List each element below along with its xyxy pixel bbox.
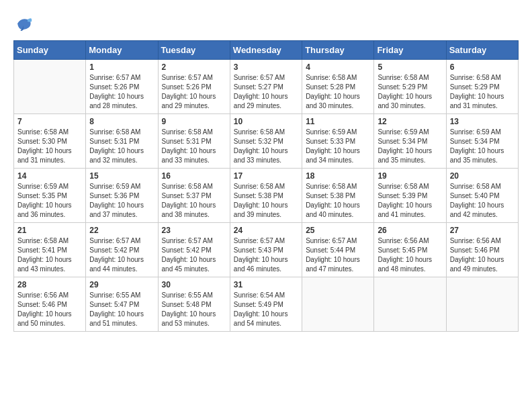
day-info: Sunrise: 6:58 AM Sunset: 5:28 PM Dayligh… bbox=[306, 73, 370, 111]
day-cell: 3Sunrise: 6:57 AM Sunset: 5:27 PM Daylig… bbox=[230, 60, 302, 114]
day-cell: 14Sunrise: 6:59 AM Sunset: 5:35 PM Dayli… bbox=[14, 169, 86, 223]
day-number: 8 bbox=[89, 117, 154, 126]
day-number: 28 bbox=[17, 280, 82, 289]
day-info: Sunrise: 6:58 AM Sunset: 5:41 PM Dayligh… bbox=[17, 236, 82, 274]
day-cell: 10Sunrise: 6:58 AM Sunset: 5:32 PM Dayli… bbox=[230, 114, 302, 169]
day-info: Sunrise: 6:58 AM Sunset: 5:32 PM Dayligh… bbox=[234, 128, 298, 165]
day-cell: 8Sunrise: 6:58 AM Sunset: 5:31 PM Daylig… bbox=[86, 114, 158, 169]
day-info: Sunrise: 6:57 AM Sunset: 5:26 PM Dayligh… bbox=[89, 73, 154, 111]
day-cell: 27Sunrise: 6:56 AM Sunset: 5:46 PM Dayli… bbox=[446, 223, 518, 277]
day-info: Sunrise: 6:58 AM Sunset: 5:37 PM Dayligh… bbox=[162, 182, 226, 220]
day-number: 29 bbox=[89, 280, 154, 289]
day-info: Sunrise: 6:56 AM Sunset: 5:46 PM Dayligh… bbox=[450, 236, 515, 274]
day-info: Sunrise: 6:57 AM Sunset: 5:42 PM Dayligh… bbox=[162, 236, 226, 274]
day-number: 3 bbox=[234, 62, 298, 72]
day-number: 26 bbox=[378, 226, 442, 235]
header-friday: Friday bbox=[374, 41, 446, 60]
day-number: 30 bbox=[162, 280, 226, 289]
day-info: Sunrise: 6:58 AM Sunset: 5:40 PM Dayligh… bbox=[450, 182, 515, 220]
day-cell: 23Sunrise: 6:57 AM Sunset: 5:42 PM Dayli… bbox=[158, 223, 230, 277]
day-info: Sunrise: 6:58 AM Sunset: 5:38 PM Dayligh… bbox=[306, 182, 370, 220]
day-number: 22 bbox=[89, 226, 154, 235]
day-number: 20 bbox=[450, 171, 515, 181]
day-info: Sunrise: 6:58 AM Sunset: 5:39 PM Dayligh… bbox=[378, 182, 442, 220]
day-cell: 31Sunrise: 6:54 AM Sunset: 5:49 PM Dayli… bbox=[230, 277, 302, 332]
day-cell bbox=[374, 277, 446, 332]
day-cell: 12Sunrise: 6:59 AM Sunset: 5:34 PM Dayli… bbox=[374, 114, 446, 169]
day-number: 4 bbox=[306, 62, 370, 72]
header-tuesday: Tuesday bbox=[158, 41, 230, 60]
day-number: 27 bbox=[450, 226, 515, 235]
day-number: 15 bbox=[89, 171, 154, 181]
day-number: 14 bbox=[17, 171, 82, 181]
day-info: Sunrise: 6:56 AM Sunset: 5:46 PM Dayligh… bbox=[17, 291, 82, 328]
day-info: Sunrise: 6:58 AM Sunset: 5:31 PM Dayligh… bbox=[89, 128, 154, 165]
day-number: 31 bbox=[234, 280, 298, 289]
day-cell: 30Sunrise: 6:55 AM Sunset: 5:48 PM Dayli… bbox=[158, 277, 230, 332]
day-number: 21 bbox=[17, 226, 82, 235]
day-info: Sunrise: 6:59 AM Sunset: 5:34 PM Dayligh… bbox=[378, 128, 442, 165]
day-number: 25 bbox=[306, 226, 370, 235]
day-cell: 4Sunrise: 6:58 AM Sunset: 5:28 PM Daylig… bbox=[302, 60, 374, 114]
day-info: Sunrise: 6:57 AM Sunset: 5:27 PM Dayligh… bbox=[234, 73, 298, 111]
day-cell bbox=[302, 277, 374, 332]
day-cell: 21Sunrise: 6:58 AM Sunset: 5:41 PM Dayli… bbox=[14, 223, 86, 277]
week-row-5: 28Sunrise: 6:56 AM Sunset: 5:46 PM Dayli… bbox=[14, 277, 519, 332]
day-number: 17 bbox=[234, 171, 298, 181]
day-number: 23 bbox=[162, 226, 226, 235]
day-info: Sunrise: 6:59 AM Sunset: 5:36 PM Dayligh… bbox=[89, 182, 154, 220]
header-wednesday: Wednesday bbox=[230, 41, 302, 60]
week-row-3: 14Sunrise: 6:59 AM Sunset: 5:35 PM Dayli… bbox=[14, 169, 519, 223]
day-info: Sunrise: 6:57 AM Sunset: 5:43 PM Dayligh… bbox=[234, 236, 298, 274]
day-cell: 1Sunrise: 6:57 AM Sunset: 5:26 PM Daylig… bbox=[86, 60, 158, 114]
day-cell: 19Sunrise: 6:58 AM Sunset: 5:39 PM Dayli… bbox=[374, 169, 446, 223]
day-info: Sunrise: 6:55 AM Sunset: 5:48 PM Dayligh… bbox=[162, 291, 226, 328]
day-cell: 25Sunrise: 6:57 AM Sunset: 5:44 PM Dayli… bbox=[302, 223, 374, 277]
day-info: Sunrise: 6:58 AM Sunset: 5:30 PM Dayligh… bbox=[17, 128, 82, 165]
page-header bbox=[13, 13, 519, 34]
header-thursday: Thursday bbox=[302, 41, 374, 60]
day-number: 1 bbox=[89, 62, 154, 72]
day-number: 16 bbox=[162, 171, 226, 181]
day-cell: 15Sunrise: 6:59 AM Sunset: 5:36 PM Dayli… bbox=[86, 169, 158, 223]
day-number: 7 bbox=[17, 117, 82, 126]
day-cell: 6Sunrise: 6:58 AM Sunset: 5:29 PM Daylig… bbox=[446, 60, 518, 114]
day-cell: 7Sunrise: 6:58 AM Sunset: 5:30 PM Daylig… bbox=[14, 114, 86, 169]
logo-icon bbox=[13, 13, 34, 34]
day-info: Sunrise: 6:59 AM Sunset: 5:33 PM Dayligh… bbox=[306, 128, 370, 165]
day-cell: 24Sunrise: 6:57 AM Sunset: 5:43 PM Dayli… bbox=[230, 223, 302, 277]
week-row-2: 7Sunrise: 6:58 AM Sunset: 5:30 PM Daylig… bbox=[14, 114, 519, 169]
day-cell: 5Sunrise: 6:58 AM Sunset: 5:29 PM Daylig… bbox=[374, 60, 446, 114]
day-number: 11 bbox=[306, 117, 370, 126]
day-cell: 9Sunrise: 6:58 AM Sunset: 5:31 PM Daylig… bbox=[158, 114, 230, 169]
day-info: Sunrise: 6:59 AM Sunset: 5:35 PM Dayligh… bbox=[17, 182, 82, 220]
day-cell: 2Sunrise: 6:57 AM Sunset: 5:26 PM Daylig… bbox=[158, 60, 230, 114]
day-number: 18 bbox=[306, 171, 370, 181]
day-cell: 20Sunrise: 6:58 AM Sunset: 5:40 PM Dayli… bbox=[446, 169, 518, 223]
logo bbox=[13, 13, 36, 34]
calendar-table: SundayMondayTuesdayWednesdayThursdayFrid… bbox=[13, 40, 519, 332]
day-cell: 11Sunrise: 6:59 AM Sunset: 5:33 PM Dayli… bbox=[302, 114, 374, 169]
header-monday: Monday bbox=[86, 41, 158, 60]
day-cell bbox=[14, 60, 86, 114]
header-sunday: Sunday bbox=[14, 41, 86, 60]
day-info: Sunrise: 6:58 AM Sunset: 5:29 PM Dayligh… bbox=[378, 73, 442, 111]
day-info: Sunrise: 6:56 AM Sunset: 5:45 PM Dayligh… bbox=[378, 236, 442, 274]
day-cell: 13Sunrise: 6:59 AM Sunset: 5:34 PM Dayli… bbox=[446, 114, 518, 169]
day-cell: 18Sunrise: 6:58 AM Sunset: 5:38 PM Dayli… bbox=[302, 169, 374, 223]
day-number: 13 bbox=[450, 117, 515, 126]
days-header-row: SundayMondayTuesdayWednesdayThursdayFrid… bbox=[14, 41, 519, 60]
week-row-1: 1Sunrise: 6:57 AM Sunset: 5:26 PM Daylig… bbox=[14, 60, 519, 114]
day-info: Sunrise: 6:57 AM Sunset: 5:42 PM Dayligh… bbox=[89, 236, 154, 274]
day-cell bbox=[446, 277, 518, 332]
day-number: 10 bbox=[234, 117, 298, 126]
day-number: 2 bbox=[162, 62, 226, 72]
day-info: Sunrise: 6:58 AM Sunset: 5:38 PM Dayligh… bbox=[234, 182, 298, 220]
day-info: Sunrise: 6:59 AM Sunset: 5:34 PM Dayligh… bbox=[450, 128, 515, 165]
day-info: Sunrise: 6:58 AM Sunset: 5:31 PM Dayligh… bbox=[162, 128, 226, 165]
day-number: 6 bbox=[450, 62, 515, 72]
day-number: 12 bbox=[378, 117, 442, 126]
day-cell: 26Sunrise: 6:56 AM Sunset: 5:45 PM Dayli… bbox=[374, 223, 446, 277]
day-cell: 16Sunrise: 6:58 AM Sunset: 5:37 PM Dayli… bbox=[158, 169, 230, 223]
day-number: 9 bbox=[162, 117, 226, 126]
